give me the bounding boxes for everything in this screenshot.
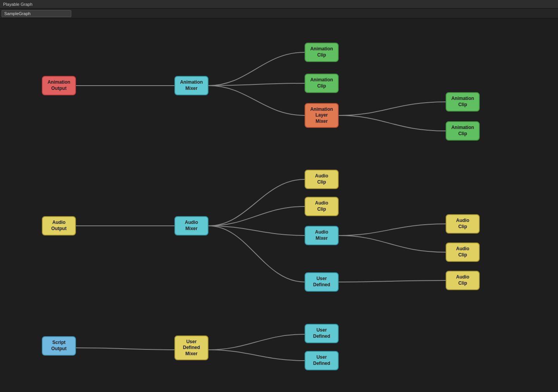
audio-clip-2-node[interactable]: AudioClip — [305, 197, 339, 216]
toolbar: SampleGraph — [0, 9, 558, 19]
user-defined-mixer-node[interactable]: UserDefinedMixer — [174, 335, 208, 360]
animation-mixer-node[interactable]: AnimationMixer — [174, 76, 208, 95]
anim-clip-3-node[interactable]: AnimationClip — [446, 92, 480, 112]
audio-clip-5-node[interactable]: AudioClip — [446, 271, 480, 290]
audio-mixer-node[interactable]: AudioMixer — [174, 216, 208, 236]
audio-clip-4-node[interactable]: AudioClip — [446, 242, 480, 262]
script-output-node[interactable]: ScriptOutput — [42, 336, 76, 356]
title-bar: Playable Graph — [0, 0, 558, 9]
user-defined-1-node[interactable]: UserDefined — [305, 272, 339, 292]
anim-clip-4-node[interactable]: AnimationClip — [446, 121, 480, 141]
app-title: Playable Graph — [3, 2, 33, 7]
audio-clip-3-node[interactable]: AudioClip — [446, 214, 480, 234]
audio-mixer-2-node[interactable]: AudioMixer — [305, 226, 339, 245]
anim-clip-2-node[interactable]: AnimationClip — [305, 74, 339, 93]
user-defined-3-node[interactable]: UserDefined — [305, 351, 339, 370]
audio-clip-1-node[interactable]: AudioClip — [305, 170, 339, 189]
audio-output-node[interactable]: AudioOutput — [42, 216, 76, 236]
anim-clip-1-node[interactable]: AnimationClip — [305, 43, 339, 62]
graph-selector[interactable]: SampleGraph — [2, 10, 71, 17]
connections-svg — [0, 19, 558, 392]
user-defined-2-node[interactable]: UserDefined — [305, 324, 339, 343]
canvas: AnimationOutput AnimationMixer Animation… — [0, 19, 558, 392]
animation-output-node[interactable]: AnimationOutput — [42, 76, 76, 95]
animation-layer-mixer-node[interactable]: AnimationLayerMixer — [305, 103, 339, 128]
